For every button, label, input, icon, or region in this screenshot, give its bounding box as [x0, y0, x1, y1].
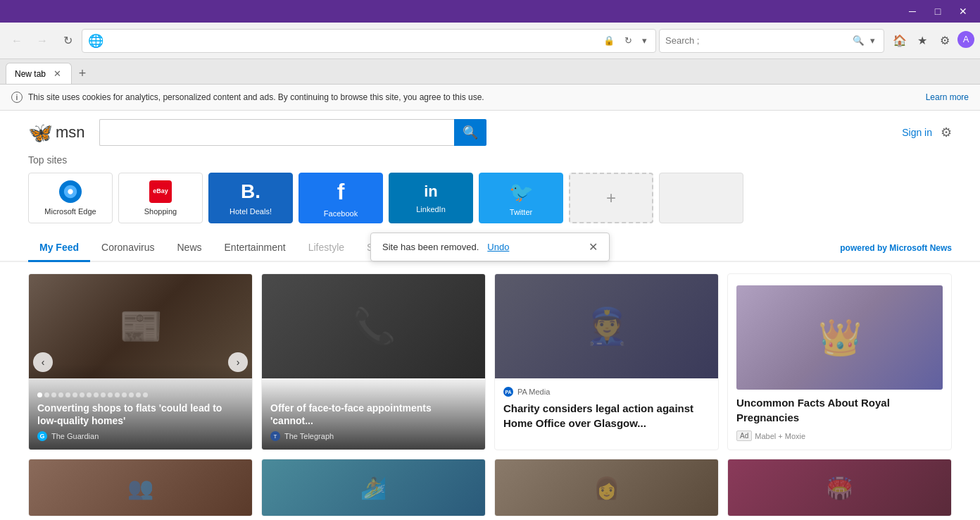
site-tile-edge[interactable]: Microsoft Edge [28, 173, 113, 223]
news-card-r2c3[interactable]: 👩 [494, 459, 719, 516]
guardian-icon: G [37, 431, 47, 441]
ad-source-label: Mabel + Moxie [755, 432, 805, 440]
card4-ad: Ad Mabel + Moxie [736, 431, 943, 441]
address-input[interactable] [108, 35, 596, 46]
site-tile-facebook[interactable]: f Facebook [299, 173, 383, 223]
msn-search-bar: 🔍 [99, 119, 486, 146]
news-card-telegraph[interactable]: 📞 Offer of face-to-face appointments 'ca… [261, 273, 486, 450]
sign-in-button[interactable]: Sign in [902, 127, 932, 138]
learn-more-link[interactable]: Learn more [926, 92, 969, 102]
news-card-r2c4[interactable]: 🏟️ [727, 459, 952, 516]
minimize-button[interactable]: ─ [901, 0, 924, 23]
dot [87, 392, 92, 397]
toast-undo-button[interactable]: Undo [487, 242, 509, 252]
back-button[interactable]: ← [6, 30, 28, 52]
card2-source: T The Telegraph [270, 431, 477, 441]
card1-title: Converting shops to flats 'could lead to… [37, 402, 244, 427]
add-icon: + [606, 188, 616, 208]
cookie-info-icon: i [11, 92, 23, 103]
twitter-icon: 🐦 [509, 180, 534, 204]
news-card-royal[interactable]: 👑 Uncommon Facts About Royal Pregnancies… [727, 273, 952, 450]
telegraph-icon: T [270, 431, 280, 441]
dot [143, 392, 148, 397]
pa-media-label: PA Media [517, 388, 550, 396]
news-card-guardian[interactable]: 📰 [28, 273, 253, 450]
tab-news[interactable]: News [166, 235, 213, 262]
top-sites-grid: Microsoft Edge eBay Shopping B. Hotel De… [28, 173, 952, 223]
carousel-dots [37, 392, 178, 397]
telegraph-label: The Telegraph [284, 432, 334, 440]
hotel-label: Hotel Deals! [230, 207, 272, 216]
site-tile-shopping[interactable]: eBay Shopping [118, 173, 203, 223]
news-card-r2c1[interactable]: 👥 [28, 459, 253, 516]
facebook-icon: f [337, 179, 345, 205]
tab-entertainment[interactable]: Entertainment [213, 235, 297, 262]
maximize-button[interactable]: □ [926, 0, 949, 23]
dot [37, 392, 42, 397]
msn-search-button[interactable]: 🔍 [454, 119, 486, 146]
msn-butterfly-icon: 🦋 [28, 121, 53, 144]
search-input[interactable] [665, 35, 850, 46]
cookie-banner: i This site uses cookies for analytics, … [0, 85, 980, 111]
edge-icon [59, 180, 82, 203]
card4-body: Uncommon Facts About Royal Pregnancies A… [728, 395, 951, 450]
site-tile-twitter[interactable]: 🐦 Twitter [479, 173, 563, 223]
cookie-text: This site uses cookies for analytics, pe… [28, 92, 484, 102]
msn-logo-text: msn [56, 123, 85, 142]
address-dropdown-icon[interactable]: ▾ [639, 34, 650, 47]
ad-badge: Ad [736, 431, 752, 441]
close-button[interactable]: ✕ [952, 0, 974, 23]
shopping-label: Shopping [144, 207, 177, 216]
shopping-icon: eBay [149, 180, 172, 203]
facebook-label: Facebook [324, 209, 358, 218]
powered-by: powered by Microsoft News [840, 243, 952, 253]
tab-lifestyle[interactable]: Lifestyle [297, 235, 356, 262]
home-button[interactable]: 🏠 [890, 31, 910, 51]
refresh-button[interactable]: ↻ [56, 30, 79, 52]
tab-my-feed[interactable]: My Feed [28, 235, 90, 262]
carousel-left-arrow[interactable]: ‹ [33, 352, 53, 372]
news-card-charity[interactable]: 👮 PA PA Media Charity considers legal ac… [494, 273, 719, 450]
dot [58, 392, 63, 397]
search-button[interactable]: 🔍 [853, 35, 865, 46]
search-dropdown[interactable]: ▾ [867, 34, 878, 47]
forward-button[interactable]: → [31, 30, 54, 52]
msn-logo: 🦋 msn [28, 121, 85, 144]
address-refresh-icon[interactable]: ↻ [622, 34, 635, 47]
news-grid: 📰 [0, 273, 980, 450]
msn-header-right: Sign in ⚙ [902, 125, 952, 140]
msn-search-input[interactable] [99, 119, 454, 146]
tab-new-tab[interactable]: New tab ✕ [6, 63, 72, 84]
site-tile-add[interactable]: + [569, 173, 653, 223]
toast-text: Site has been removed. [382, 242, 479, 252]
twitter-label: Twitter [510, 208, 532, 216]
tab-close-button[interactable]: ✕ [51, 68, 63, 80]
news-card-r2c2[interactable]: 🏄 [261, 459, 486, 516]
settings-button[interactable]: ⚙ [935, 31, 955, 51]
msn-settings-button[interactable]: ⚙ [941, 125, 952, 140]
linkedin-icon: in [424, 182, 438, 201]
linkedin-label: LinkedIn [416, 205, 446, 213]
hotel-icon: B. [241, 180, 260, 203]
address-lock-icon[interactable]: 🔒 [601, 34, 617, 47]
carousel-right-arrow[interactable]: › [228, 352, 248, 372]
toolbar-right: 🏠 ★ ⚙ A [890, 31, 974, 51]
dot [65, 392, 70, 397]
toast-close-button[interactable]: ✕ [589, 240, 598, 254]
site-tile-linkedin[interactable]: in LinkedIn [389, 173, 473, 223]
card3-body: PA PA Media Charity considers legal acti… [495, 378, 718, 439]
top-sites-title: Top sites [28, 154, 952, 166]
browser-icon: 🌐 [88, 33, 103, 49]
card3-title: Charity considers legal action against H… [503, 401, 710, 431]
edge-label: Microsoft Edge [44, 207, 96, 216]
dot [122, 392, 127, 397]
tab-coronavirus[interactable]: Coronavirus [90, 235, 165, 262]
new-tab-button[interactable]: + [72, 63, 93, 84]
dot [73, 392, 77, 397]
card2-title: Offer of face-to-face appointments 'cann… [270, 402, 477, 427]
profile-button[interactable]: A [957, 31, 974, 48]
favorites-button[interactable]: ★ [912, 31, 932, 51]
card3-source: PA PA Media [503, 387, 710, 397]
card4-title: Uncommon Facts About Royal Pregnancies [736, 395, 943, 425]
site-tile-hotel[interactable]: B. Hotel Deals! [208, 173, 293, 223]
